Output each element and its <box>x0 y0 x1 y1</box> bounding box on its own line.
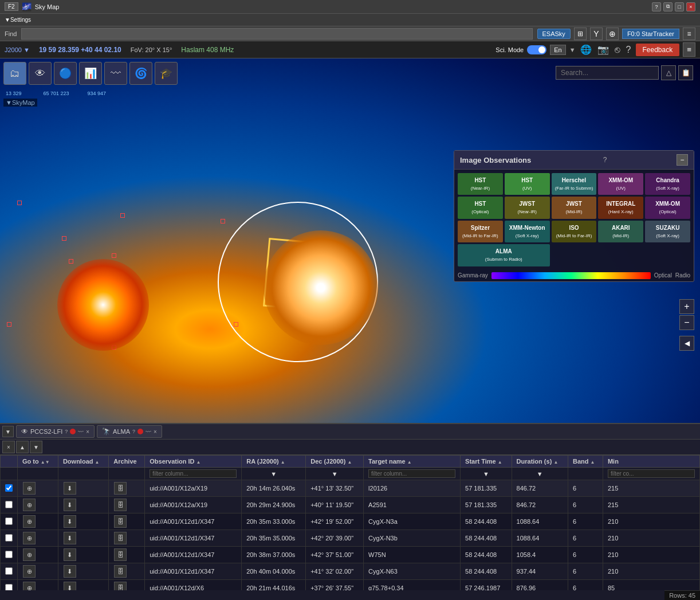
collapse-panel-btn[interactable]: ◀ <box>679 336 694 351</box>
download-btn[interactable]: ⬇ <box>64 482 76 495</box>
share-btn[interactable]: ⎋ <box>614 44 622 56</box>
obs-cell-8[interactable]: INTEGRAL(Hard X-ray) <box>598 197 643 218</box>
filter-dec-cell[interactable]: ▼ <box>306 468 364 480</box>
archive-btn[interactable]: 🗄 <box>114 548 127 561</box>
row-checkbox-cell[interactable] <box>1 530 18 547</box>
eye-icon-btn[interactable]: 👁 <box>29 62 52 85</box>
epoch-selector[interactable]: J2000 ▼ <box>5 46 30 53</box>
zoom-in-btn[interactable]: + <box>679 299 694 314</box>
row-checkbox-cell[interactable] <box>1 513 18 530</box>
archive-cell[interactable]: 🗄 <box>109 547 145 563</box>
goto-cell[interactable]: ⊕ <box>18 513 58 530</box>
alma-info-icon[interactable]: ? <box>132 429 135 434</box>
filter-ra-cell[interactable]: ▼ <box>242 468 306 480</box>
feedback-btn[interactable]: Feedback <box>636 44 680 56</box>
obs-cell-3[interactable]: XMM-OM(UV) <box>598 173 643 195</box>
archive-cell[interactable]: 🗄 <box>109 513 145 530</box>
goto-btn[interactable]: ⊕ <box>23 548 36 561</box>
download-cell[interactable]: ⬇ <box>58 497 108 513</box>
close-btn[interactable]: × <box>686 2 695 11</box>
goto-btn[interactable]: ⊕ <box>23 532 36 544</box>
maximize-btn[interactable]: □ <box>675 2 684 11</box>
menu-btn[interactable]: ≡ <box>683 28 695 40</box>
goto-btn[interactable]: ⊕ <box>23 515 36 528</box>
download-btn[interactable]: ⬇ <box>64 499 76 511</box>
pccs2-info-icon[interactable]: ? <box>65 429 68 434</box>
goto-btn[interactable]: ⊕ <box>23 565 36 578</box>
table-container[interactable]: Go to ▲▼ Download ▲ Archive Observation … <box>0 455 700 590</box>
download-cell[interactable]: ⬇ <box>58 580 108 591</box>
obs-cell-2[interactable]: Herschel(Far-IR to Submm) <box>552 173 597 195</box>
col-duration[interactable]: Duration (s) ▲ <box>512 456 568 468</box>
graduation-icon-btn[interactable]: 🎓 <box>155 62 178 85</box>
help-title-btn[interactable]: ? <box>652 2 661 11</box>
obs-cell-1[interactable]: HST(UV) <box>505 173 550 195</box>
sky-search-input[interactable] <box>556 66 659 80</box>
col-obs-id[interactable]: Observation ID ▲ <box>145 456 242 468</box>
obs-cell-5[interactable]: HST(Optical) <box>458 197 503 218</box>
layers-icon-btn[interactable]: 🗂 <box>3 62 26 85</box>
obs-cell-4[interactable]: Chandra(Soft X-ray) <box>645 173 690 195</box>
wave-icon-btn[interactable]: 〰 <box>104 62 127 85</box>
col-goto[interactable]: Go to ▲▼ <box>18 456 58 468</box>
download-btn[interactable]: ⬇ <box>64 548 76 561</box>
goto-cell[interactable]: ⊕ <box>18 530 58 547</box>
row-checkbox-cell[interactable] <box>1 497 18 513</box>
tile-btn[interactable]: ⧉ <box>663 2 673 11</box>
grid-view-btn[interactable]: ⊞ <box>574 28 587 40</box>
goto-btn[interactable]: ⊕ <box>23 499 36 511</box>
esasky-button[interactable]: ESASky <box>537 29 571 39</box>
obs-cell-13[interactable]: AKARI(Mid-IR) <box>598 221 643 242</box>
obs-help-icon[interactable]: ? <box>603 156 607 164</box>
target-btn[interactable]: ⊕ <box>606 28 619 40</box>
archive-btn[interactable]: 🗄 <box>114 499 127 511</box>
archive-cell[interactable]: 🗄 <box>109 497 145 513</box>
scroll-down-btn[interactable]: ▼ <box>30 441 42 453</box>
goto-cell[interactable]: ⊕ <box>18 497 58 513</box>
download-btn[interactable]: ⬇ <box>64 565 76 578</box>
obs-cell-alma[interactable]: ALMA(Submm to Radio) <box>458 244 550 266</box>
obs-cell-11[interactable]: XMM-Newton(Soft X-ray) <box>505 221 550 242</box>
camera-btn[interactable]: 📷 <box>596 43 610 56</box>
download-cell[interactable]: ⬇ <box>58 513 108 530</box>
panel-collapse-btn[interactable]: ▼ <box>2 426 14 437</box>
row-checkbox[interactable] <box>5 534 13 542</box>
download-btn[interactable]: ⬇ <box>64 532 76 544</box>
row-checkbox[interactable] <box>5 567 13 575</box>
row-checkbox[interactable] <box>5 484 13 492</box>
obs-cell-7[interactable]: JWST(Mid-IR) <box>552 197 597 218</box>
obs-cell-12[interactable]: ISO(Mid-IR to Far-IR) <box>552 221 597 242</box>
archive-cell[interactable]: 🗄 <box>109 563 145 580</box>
clear-search-btn[interactable]: △ <box>661 65 676 80</box>
copy-search-btn[interactable]: 📋 <box>678 65 693 80</box>
download-cell[interactable]: ⬇ <box>58 530 108 547</box>
row-checkbox[interactable] <box>5 517 13 525</box>
row-checkbox-cell[interactable] <box>1 480 18 497</box>
col-min[interactable]: Min <box>603 456 699 468</box>
download-cell[interactable]: ⬇ <box>58 563 108 580</box>
row-checkbox-cell[interactable] <box>1 563 18 580</box>
filter-btn[interactable]: Y <box>590 28 603 40</box>
tab-alma[interactable]: 🔭 ALMA ? 〰 × <box>97 425 162 438</box>
download-cell[interactable]: ⬇ <box>58 547 108 563</box>
goto-cell[interactable]: ⊕ <box>18 580 58 591</box>
obs-cell-6[interactable]: JWST(Near-IR) <box>505 197 550 218</box>
filter-start-cell[interactable]: ▼ <box>461 468 512 480</box>
hamburger-btn[interactable]: ≡ <box>683 42 695 57</box>
alma-close-tab[interactable]: × <box>154 429 157 435</box>
pccs2-close-tab[interactable]: × <box>86 429 89 435</box>
find-input[interactable] <box>21 28 532 40</box>
help-btn[interactable]: ? <box>625 44 632 56</box>
col-dec[interactable]: Dec (J2000) ▲ <box>306 456 364 468</box>
sci-mode-toggle[interactable] <box>527 45 546 54</box>
archive-cell[interactable]: 🗄 <box>109 580 145 591</box>
tab-pccs2[interactable]: 👁 PCCS2-LFI ? 〰 × <box>16 425 95 438</box>
filter-min-cell[interactable] <box>603 468 699 480</box>
settings-label[interactable]: ▼Settings <box>5 17 31 23</box>
sky-map[interactable]: ▼SkyMap 🗂 👁 🔵 📊 〰 🌀 🎓 <box>0 58 700 600</box>
col-band[interactable]: Band ▲ <box>568 456 603 468</box>
startracker-button[interactable]: F0:0 StarTracker <box>622 29 679 39</box>
col-target[interactable]: Target name ▲ <box>364 456 461 468</box>
archive-btn[interactable]: 🗄 <box>114 532 127 544</box>
table-close-btn[interactable]: × <box>2 441 15 453</box>
